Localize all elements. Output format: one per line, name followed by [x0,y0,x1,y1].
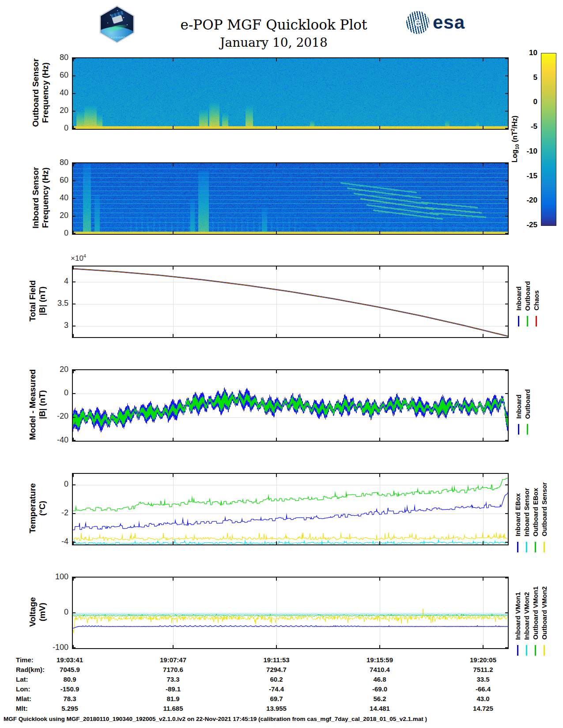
table-row-mlt: Mlt: 5.295 11.685 13.955 14.481 14.725 [0,705,563,713]
esa-wordmark: esa [433,12,465,33]
ytick: 0 [42,480,68,489]
legend-item: Outboard [524,265,531,326]
legend-swatch [535,645,536,656]
outboard-spectrogram-canvas [73,58,508,129]
legend-item: Outboard EBox [532,470,539,552]
legend-label: Outboard [524,389,531,419]
ytick: -40 [42,435,68,445]
legend-label: Inboard EBox [514,493,521,537]
table-cell: 81.9 [142,695,204,702]
inboard-spectrogram-canvas [73,163,508,234]
legend-swatch [536,316,537,326]
table-cell: 56.2 [349,695,411,702]
table-cell: 19:11:53 [246,656,307,664]
table-cell: 60.2 [246,675,307,683]
legend-swatch [526,542,527,552]
legend-swatch [518,316,519,326]
table-cell: 73.3 [142,675,204,683]
colorbar-tick: -25 [509,221,537,229]
page-title: e-POP MGF Quicklook Plot [0,17,548,33]
temperature-canvas [73,474,508,544]
ylabel-model-measured: Model - Measured|B| (nT) [28,369,47,440]
ytick: 20 [42,365,68,374]
ytick: -4 [42,537,68,546]
table-cell: 7170.6 [142,666,204,673]
ytick: 3.5 [42,299,68,308]
legend-temperature: Inboard EBox Inboard Sensor Outboard EBo… [514,470,548,552]
ytick: 3 [42,321,68,330]
legend-label: Outboard VMon1 [532,586,539,640]
legend-swatch [518,424,519,435]
colorbar-tick: 5 [509,73,537,82]
ytick: 80 [42,158,68,167]
esa-logo: e esa [406,11,465,34]
legend-label: Outboard [524,281,531,311]
table-cell: 7511.2 [452,666,514,673]
legend-label: Outboard EBox [532,488,539,537]
legend-label: Inboard [515,394,522,419]
legend-swatch [544,645,545,656]
ytick: 0 [42,124,68,133]
legend-item: Inboard EBox [514,470,521,552]
legend-label: Chaos [533,290,540,311]
table-cell: 80.9 [39,675,101,683]
table-cell: 78.3 [39,695,101,702]
legend-swatch [517,542,518,552]
ytick: -2 [42,508,68,518]
row-label: Time: [16,656,34,664]
colorbar-tick: -15 [509,172,537,180]
legend-item: Inboard Sensor [523,470,530,552]
quicklook-page: CASSIOPE e-POP MGF Quicklook Plot Januar… [0,0,563,728]
colorbar-label: Log10 (nT2/Hz) [510,116,520,162]
table-cell: -69.0 [349,685,411,693]
legend-label: Inboard VMon2 [523,592,530,640]
legend-swatch [544,542,545,552]
legend-voltage: Inboard VMon1 Inboard VMon2 Outboard VMo… [514,574,548,656]
row-label: Lon: [16,685,30,693]
table-cell: 14.481 [349,705,411,712]
legend-swatch [517,645,518,656]
footer-provenance-text: MGF Quicklook using MGF_20180110_190340_… [4,716,427,722]
legend-item: Inboard VMon1 [514,574,521,656]
legend-label: Outboard VMon2 [540,586,548,640]
table-cell: 11.685 [142,705,204,712]
esa-globe-icon: e [406,11,429,34]
ytick: 80 [42,53,68,62]
table-cell: 33.5 [452,675,514,683]
legend-swatch [535,542,536,552]
legend-item: Inboard [515,265,522,326]
table-cell: 19:15:59 [349,656,411,664]
legend-label: Inboard Sensor [523,488,530,537]
ytick: -20 [42,412,68,421]
table-row-mlat: Mlat: 78.3 81.9 69.7 56.2 43.0 [0,695,563,704]
table-cell: 19:07:47 [142,656,204,664]
legend-total-field: Inboard Outboard Chaos [515,265,540,326]
table-row-time: Time: 19:03:41 19:07:47 19:11:53 19:15:5… [0,656,563,665]
table-cell: -89.1 [142,685,204,693]
colorbar [541,53,556,226]
table-cell: 14.725 [452,705,514,712]
table-cell: -150.9 [39,685,101,693]
colorbar-tick: 10 [509,49,537,57]
ytick: 60 [42,71,68,80]
ytick: 4 [42,277,68,286]
panel-outboard-spectrogram [72,57,509,130]
table-cell: 19:20:05 [452,656,514,664]
table-cell: 7294.7 [246,666,307,673]
ytick: 100 [42,572,68,582]
ytick: 60 [42,176,68,185]
table-row-lat: Lat: 80.9 73.3 60.2 46.8 33.5 [0,675,563,684]
ytick: 20 [42,211,68,220]
ytick: 0 [42,229,68,238]
legend-swatch [526,645,527,656]
legend-label: Inboard [515,286,522,311]
legend-swatch [527,424,528,435]
legend-item: Inboard [515,373,522,435]
model-measured-canvas [73,370,508,441]
legend-item: Outboard VMon1 [532,574,539,656]
ytick: 0 [42,388,68,398]
table-cell: 7045.9 [39,666,101,673]
total-field-scale-label: ×104 [71,253,86,263]
panel-model-measured [72,369,509,442]
ytick: 20 [42,106,68,115]
